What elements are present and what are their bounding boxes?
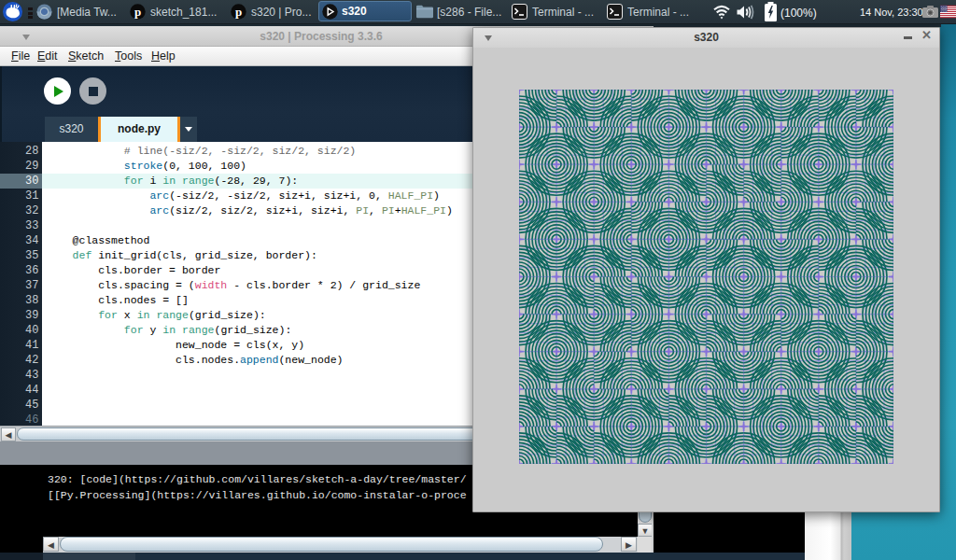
svg-text:p: p (235, 5, 242, 19)
svg-text:p: p (134, 5, 141, 19)
